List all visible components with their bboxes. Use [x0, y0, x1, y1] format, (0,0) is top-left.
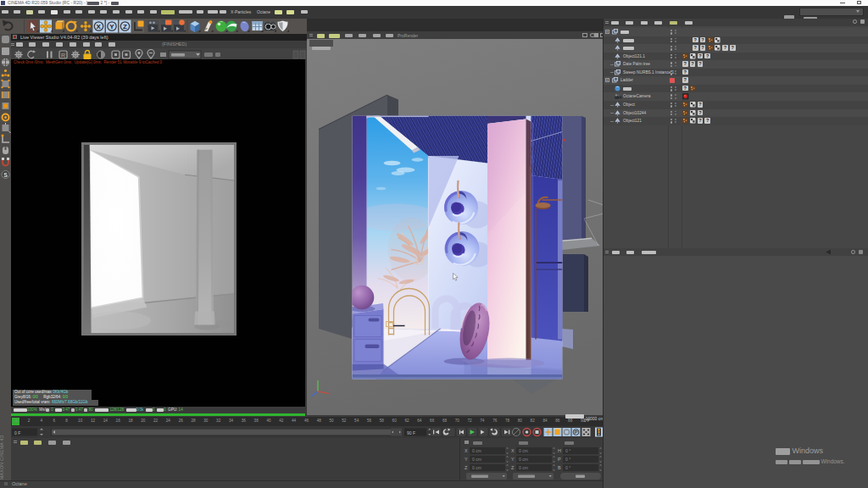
svg-text:0 cm: 0 cm [519, 465, 528, 470]
svg-text:P: P [575, 430, 578, 435]
svg-text:0 cm: 0 cm [472, 448, 481, 453]
svg-text:X: X [97, 23, 102, 30]
svg-text:0 °: 0 ° [565, 457, 570, 462]
svg-text:0 °: 0 ° [565, 465, 570, 470]
svg-text:Z: Z [123, 23, 127, 30]
svg-text:Y: Y [511, 457, 515, 462]
svg-text:X: X [511, 448, 515, 453]
svg-text:0 cm: 0 cm [519, 448, 528, 453]
svg-text:0 cm: 0 cm [472, 457, 481, 462]
svg-text:X: X [465, 448, 468, 453]
svg-text:R: R [61, 53, 65, 58]
svg-text:0 °: 0 ° [565, 448, 570, 453]
svg-text:Y: Y [465, 457, 468, 462]
svg-text:90 F: 90 F [407, 430, 415, 435]
svg-text:0 F: 0 F [14, 430, 20, 435]
svg-text:P: P [558, 457, 561, 462]
svg-text:B: B [558, 465, 561, 470]
svg-text:S: S [3, 172, 8, 178]
svg-text:Y: Y [109, 23, 114, 30]
svg-text:Z: Z [465, 465, 468, 470]
svg-text:Z: Z [511, 465, 515, 470]
svg-text:0 cm: 0 cm [472, 465, 481, 470]
svg-text:0 cm: 0 cm [519, 457, 528, 462]
svg-text:H: H [558, 448, 561, 453]
